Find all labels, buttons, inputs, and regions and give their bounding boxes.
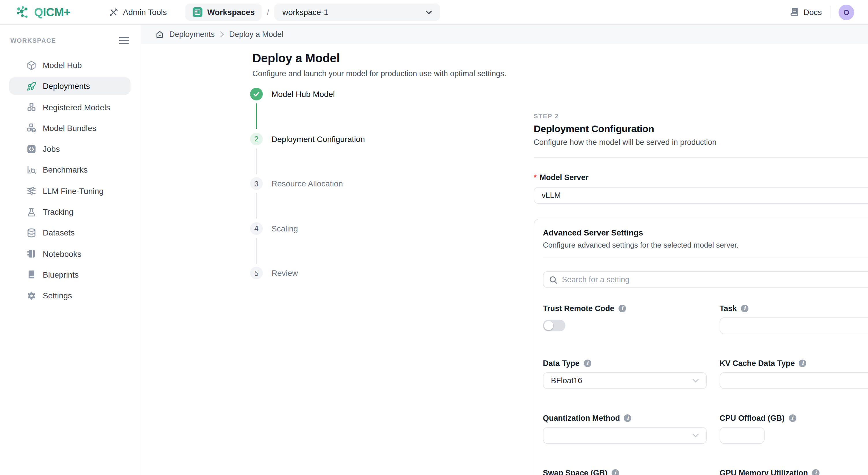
rocket-icon [27,81,36,91]
sidebar-item-label: Datasets [43,228,75,238]
sidebar-item-label: Model Hub [43,61,82,70]
info-icon[interactable]: i [812,469,819,475]
topbar-divider [830,6,831,19]
home-icon[interactable] [155,30,164,39]
chevron-down-icon [426,10,432,14]
cube-icon [27,60,36,70]
info-icon[interactable]: i [788,414,796,421]
sidebar-item-label: Settings [43,291,72,300]
info-icon[interactable]: i [619,304,626,312]
info-icon[interactable]: i [612,469,619,475]
info-icon[interactable]: i [741,304,748,312]
model-server-select[interactable]: vLLM [534,187,868,204]
chevron-right-icon [220,31,224,37]
sidebar-item-label: Benchmarks [43,165,88,175]
sidebar-item-registered-models[interactable]: Registered Models [9,98,130,116]
main-content: Deployments Deploy a Model Deploy a Mode… [141,25,868,475]
sidebar-item-jobs[interactable]: Jobs [9,140,130,158]
step-number: 4 [250,222,263,235]
panel-title: Deployment Configuration [534,124,868,135]
step-resource-allocation[interactable]: 3 Resource Allocation [250,177,386,222]
step-deployment-configuration[interactable]: 2 Deployment Configuration [250,132,386,177]
step-scaling[interactable]: 4 Scaling [250,222,386,267]
page-title: Deploy a Model [252,52,506,65]
collapse-sidebar-icon[interactable] [119,37,129,44]
brand-logo[interactable]: QICM+ [15,5,70,20]
step-label: Review [272,267,298,279]
avatar-initial: O [843,8,849,16]
trust-remote-code-toggle[interactable] [543,320,565,331]
step-model-hub-model[interactable]: Model Hub Model [250,88,386,132]
sidebar-item-settings[interactable]: Settings [9,287,130,304]
quantization-method-field: Quantization Method i [543,413,707,444]
step-panel: STEP 2 Deployment Configuration Configur… [534,112,868,475]
sidebar-item-label: Registered Models [43,102,110,112]
step-number: 2 [250,132,263,145]
quantization-method-select[interactable] [543,427,707,444]
workspace-select-value: workspace-1 [282,7,328,17]
info-icon[interactable]: i [624,414,631,421]
kv-cache-data-type-select[interactable] [720,372,868,389]
breadcrumb-parent[interactable]: Deployments [169,30,215,39]
workspaces-icon [192,7,203,17]
sidebar-item-tracking[interactable]: Tracking [9,203,130,220]
cpu-offload-field: CPU Offload (GB) i [720,413,868,444]
chevron-down-icon [692,379,699,383]
task-label: Task i [720,304,868,313]
sidebar-item-datasets[interactable]: Datasets [9,224,130,242]
model-server-value: vLLM [542,191,868,200]
info-icon[interactable]: i [799,359,806,367]
settings-grid: Trust Remote Code i Task i [543,304,868,475]
advanced-settings-header[interactable]: Advanced Server Settings Configure advan… [543,228,868,249]
task-select[interactable] [720,317,868,334]
sidebar-item-model-bundles[interactable]: Model Bundles [9,120,130,137]
step-label: Deployment Configuration [272,132,365,145]
top-navbar: QICM+ Admin Tools Workspaces [0,0,868,25]
step-review[interactable]: 5 Review [250,267,386,311]
quantization-method-label: Quantization Method i [543,413,707,422]
flask-icon [27,207,36,217]
data-type-field: Data Type i BFloat16 [543,359,707,389]
info-icon[interactable]: i [584,359,591,367]
sidebar: WORKSPACE Model Hub Deployments Re [0,25,140,475]
search-input[interactable] [562,275,868,284]
sidebar-item-model-hub[interactable]: Model Hub [9,57,130,74]
data-type-label: Data Type i [543,359,707,368]
workspaces-label: Workspaces [207,7,255,17]
admin-tools-button[interactable]: Admin Tools [108,7,167,17]
step-complete-indicator [250,88,263,100]
sidebar-header: WORKSPACE [10,37,129,44]
advanced-settings-subtitle: Configure advanced settings for the sele… [543,241,739,249]
toggle-knob [544,321,553,330]
workspaces-button[interactable]: Workspaces [185,3,261,21]
sidebar-item-llm-fine-tuning[interactable]: LLM Fine-Tuning [9,182,130,200]
trust-remote-code-field: Trust Remote Code i [543,304,707,334]
workspace-select[interactable]: workspace-1 [274,3,440,21]
sidebar-item-benchmarks[interactable]: Benchmarks [9,161,130,179]
wizard-stepper: Model Hub Model 2 Deployment Configurati… [250,88,386,311]
sidebar-item-notebooks[interactable]: Notebooks [9,245,130,262]
settings-search[interactable] [543,271,868,288]
cpu-offload-input[interactable] [720,427,765,444]
user-avatar[interactable]: O [839,4,854,20]
gpu-memory-utilization-label: GPU Memory Utilization i [720,468,868,475]
cpu-offload-label: CPU Offload (GB) i [720,413,868,422]
breadcrumb-current: Deploy a Model [229,30,284,39]
advanced-settings-card: Advanced Server Settings Configure advan… [534,219,868,475]
step-connector [256,193,257,219]
sidebar-item-label: Notebooks [43,249,82,258]
notebook-icon [27,249,36,259]
app-root: QICM+ Admin Tools Workspaces [0,0,868,475]
docs-button[interactable]: Docs [789,7,822,17]
sidebar-item-blueprints[interactable]: Blueprints [9,266,130,283]
sidebar-item-deployments[interactable]: Deployments [9,78,130,95]
swap-space-label: Swap Space (GB) i [543,468,707,475]
advanced-settings-divider [543,257,868,258]
book-icon [27,270,36,280]
step-tag: STEP 2 [534,112,868,120]
kv-cache-data-type-field: KV Cache Data Type i [720,359,868,389]
data-type-select[interactable]: BFloat16 [543,372,707,389]
page-subtitle: Configure and launch your model for prod… [252,69,506,78]
sidebar-item-label: LLM Fine-Tuning [43,186,104,196]
data-type-value: BFloat16 [551,376,692,385]
